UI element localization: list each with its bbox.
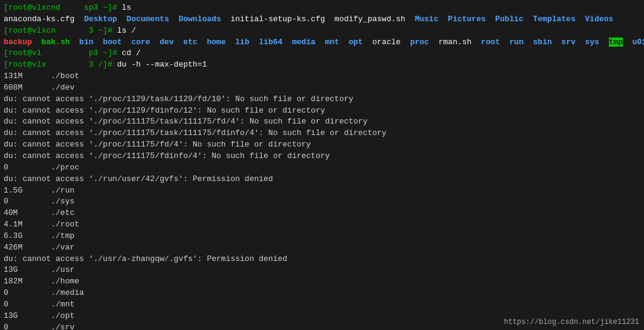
terminal-line: 0 ./sys [4,196,640,208]
terminal-line: 1.5G ./run [4,185,640,197]
terminal-line: 426M ./var [4,242,640,254]
terminal-line: 131M ./boot [4,71,640,82]
terminal-line: 0 ./proc [4,162,640,174]
terminal-line: du: cannot access './run/user/42/gvfs': … [4,174,640,185]
terminal-line: 40M ./etc [4,208,640,219]
terminal-line: [root@vlx 3 /]# du -h --max-depth=1 [4,59,640,71]
terminal-line: [root@vl p3 ~]# cd / [4,48,640,59]
terminal-line: 0 ./mnt [4,299,640,311]
terminal-line: du: cannot access './proc/1129/task/1129… [4,94,640,105]
terminal-line: 13G ./usr [4,265,640,276]
terminal-line: 0 ./media [4,288,640,299]
terminal-line: [root@vlxcn 3 ~]# ls / [4,25,640,37]
terminal-line: [root@vlxcnd sp3 ~]# ls [4,2,640,14]
terminal-line: du: cannot access './proc/111175/task/11… [4,116,640,128]
terminal-line: 608M ./dev [4,82,640,94]
terminal-line: du: cannot access './proc/1129/fdinfo/12… [4,105,640,117]
terminal-line: du: cannot access './proc/111175/fd/4': … [4,139,640,151]
terminal-line: 4.1M ./root [4,219,640,231]
terminal-line: 182M ./home [4,276,640,288]
terminal-line: du: cannot access './proc/111175/fdinfo/… [4,151,640,162]
terminal-line: du: cannot access './usr/a-zhangqw/.gvfs… [4,254,640,265]
terminal-line: backup bak.sh bin boot core dev etc home… [4,37,640,48]
watermark-text: https://blog.csdn.net/jike11231 [504,318,639,326]
terminal-line: 6.3G ./tmp [4,231,640,242]
terminal-line: du: cannot access './proc/111175/task/11… [4,128,640,139]
terminal-window: [root@vlxcnd sp3 ~]# ls anaconda-ks.cfg … [0,0,644,330]
terminal-line: anaconda-ks.cfg Desktop Documents Downlo… [4,14,640,25]
